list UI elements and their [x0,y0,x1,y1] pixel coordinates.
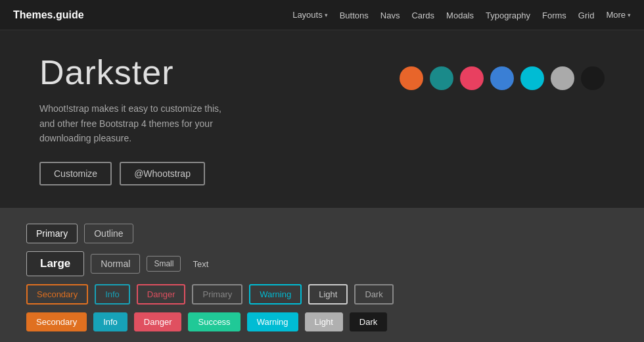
color-teal[interactable] [430,66,453,90]
nav-menu: Layouts ▾ Buttons Navs Cards Modals Typo… [292,9,631,21]
color-orange[interactable] [400,66,423,90]
color-red[interactable] [460,66,484,90]
chevron-down-icon: ▾ [628,12,631,18]
outline-button[interactable]: Outline [84,224,133,243]
nav-item-modals[interactable]: Modals [446,9,474,21]
chevron-down-icon: ▾ [325,12,328,18]
filled-dark-button[interactable]: Dark [350,312,387,331]
nav-item-navs[interactable]: Navs [380,9,400,21]
text-button[interactable]: Text [187,255,214,273]
outline-warning-button[interactable]: Warning [249,284,302,305]
hero-buttons: Customize @Whootstrap [39,162,605,185]
navbar: Themes.guide Layouts ▾ Buttons Navs Card… [0,0,644,30]
nav-item-more[interactable]: More ▾ [606,10,631,20]
outline-secondary-button[interactable]: Secondary [26,284,88,305]
color-cyan[interactable] [520,66,544,90]
outline-dark-button[interactable]: Dark [354,284,393,305]
color-dark[interactable] [581,66,605,90]
primary-button[interactable]: Primary [26,224,78,243]
large-button[interactable]: Large [26,251,84,276]
filled-success-button[interactable]: Success [188,312,240,331]
nav-item-typography[interactable]: Typography [486,9,530,21]
nav-item-cards[interactable]: Cards [411,9,434,21]
filled-info-button[interactable]: Info [93,312,127,331]
btn-row-2: Large Normal Small Text [26,251,618,276]
nav-item-buttons[interactable]: Buttons [340,9,369,21]
btn-row-1: Primary Outline [26,224,618,243]
hero-description: Whoot!strap makes it easy to customize t… [39,101,223,145]
customize-button[interactable]: Customize [39,162,112,185]
whootstrap-button[interactable]: @Whootstrap [120,162,205,185]
color-palette [400,66,605,90]
color-gray[interactable] [551,66,574,90]
hero-section: Darkster Whoot!strap makes it easy to cu… [0,30,644,208]
nav-item-grid[interactable]: Grid [578,9,595,21]
buttons-section: Primary Outline Large Normal Small Text … [0,208,644,342]
btn-row-3: Secondary Info Danger Primary Warning Li… [26,284,618,305]
outline-primary2-button[interactable]: Primary [192,284,242,305]
color-blue[interactable] [490,66,514,90]
outline-light-button[interactable]: Light [308,284,348,305]
btn-row-4: Secondary Info Danger Success Warning Li… [26,312,618,331]
filled-secondary-button[interactable]: Secondary [26,312,87,331]
navbar-brand: Themes.guide [13,9,84,21]
filled-light-button[interactable]: Light [305,312,343,331]
normal-button[interactable]: Normal [91,254,140,274]
filled-warning-button[interactable]: Warning [247,312,298,331]
small-button[interactable]: Small [147,256,181,272]
outline-danger-button[interactable]: Danger [137,284,186,305]
nav-item-layouts[interactable]: Layouts ▾ [292,10,328,20]
filled-danger-button[interactable]: Danger [134,312,182,331]
outline-info-button[interactable]: Info [95,284,130,305]
nav-item-forms[interactable]: Forms [542,9,566,21]
